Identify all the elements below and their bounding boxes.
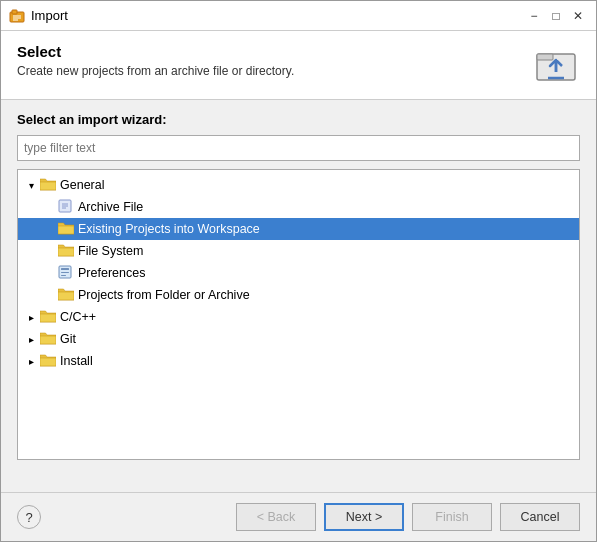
folder-icon-install: [40, 353, 56, 369]
minimize-button[interactable]: −: [524, 6, 544, 26]
folder-icon-cpp: [40, 309, 56, 325]
window-controls: − □ ✕: [524, 6, 588, 26]
expand-icon-install: ▸: [24, 354, 38, 368]
spacer-pfa: [42, 288, 56, 302]
folder-icon-fs: [58, 243, 74, 259]
header-icon: [532, 39, 580, 87]
import-dialog: Import − □ ✕ Select Create new projects …: [0, 0, 597, 542]
tree-label-existing-projects: Existing Projects into Workspace: [78, 222, 260, 236]
cancel-button[interactable]: Cancel: [500, 503, 580, 531]
expand-icon-general: ▾: [24, 178, 38, 192]
tree-item-projects-folder[interactable]: Projects from Folder or Archive: [18, 284, 579, 306]
tree-list[interactable]: ▾ General: [18, 170, 579, 459]
finish-button[interactable]: Finish: [412, 503, 492, 531]
close-button[interactable]: ✕: [568, 6, 588, 26]
header: Select Create new projects from an archi…: [1, 31, 596, 100]
filter-input[interactable]: [17, 135, 580, 161]
tree-item-install[interactable]: ▸ Install: [18, 350, 579, 372]
spacer-archive: [42, 200, 56, 214]
tree-label-general: General: [60, 178, 104, 192]
tree-label-preferences: Preferences: [78, 266, 145, 280]
folder-icon-git: [40, 331, 56, 347]
tree-container: ▾ General: [17, 169, 580, 460]
expand-icon-cpp: ▸: [24, 310, 38, 324]
window-title: Import: [31, 8, 518, 23]
tree-item-archive-file[interactable]: Archive File: [18, 196, 579, 218]
maximize-button[interactable]: □: [546, 6, 566, 26]
title-bar: Import − □ ✕: [1, 1, 596, 31]
wizard-label: Select an import wizard:: [17, 112, 580, 127]
svg-rect-1: [12, 10, 17, 14]
tree-label-install: Install: [60, 354, 93, 368]
tree-item-cpp[interactable]: ▸ C/C++: [18, 306, 579, 328]
header-title: Select: [17, 43, 294, 60]
tree-item-file-system[interactable]: File System: [18, 240, 579, 262]
header-description: Create new projects from an archive file…: [17, 64, 294, 78]
svg-rect-14: [61, 268, 69, 270]
next-button[interactable]: Next >: [324, 503, 404, 531]
svg-rect-6: [537, 54, 553, 60]
expand-icon-git: ▸: [24, 332, 38, 346]
spacer-pref: [42, 266, 56, 280]
tree-item-existing-projects[interactable]: Existing Projects into Workspace: [18, 218, 579, 240]
svg-rect-15: [61, 272, 69, 273]
folder-icon-existing: [58, 221, 74, 237]
folder-icon-pfa: [58, 287, 74, 303]
folder-icon-general: [40, 177, 56, 193]
button-bar: ? < Back Next > Finish Cancel: [1, 492, 596, 541]
tree-label-projects-folder: Projects from Folder or Archive: [78, 288, 250, 302]
back-button[interactable]: < Back: [236, 503, 316, 531]
tree-label-archive-file: Archive File: [78, 200, 143, 214]
help-button[interactable]: ?: [17, 505, 41, 529]
spacer-fs: [42, 244, 56, 258]
tree-item-git[interactable]: ▸ Git: [18, 328, 579, 350]
header-text: Select Create new projects from an archi…: [17, 43, 294, 78]
svg-rect-16: [61, 275, 66, 276]
content-area: Select an import wizard: ▾ General: [1, 100, 596, 492]
icon-preferences: [58, 265, 74, 281]
window-icon: [9, 8, 25, 24]
file-icon-archive: [58, 199, 74, 215]
tree-label-git: Git: [60, 332, 76, 346]
spacer-existing: [42, 222, 56, 236]
tree-item-preferences[interactable]: Preferences: [18, 262, 579, 284]
tree-item-general[interactable]: ▾ General: [18, 174, 579, 196]
footer-spacer: [17, 468, 580, 480]
tree-label-cpp: C/C++: [60, 310, 96, 324]
tree-label-file-system: File System: [78, 244, 143, 258]
